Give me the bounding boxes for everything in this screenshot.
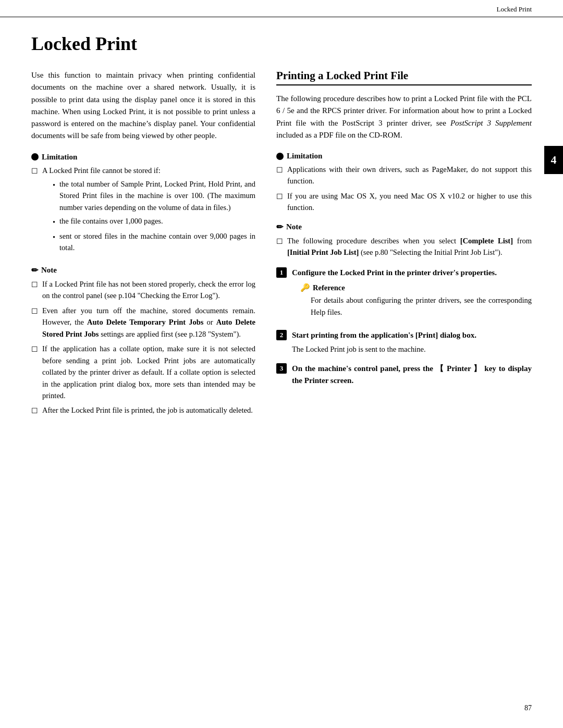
note-block-right: ✏ Note ☐ The following procedure describ… <box>276 222 532 258</box>
limitation-block-left: Limitation ☐ A Locked Print file cannot … <box>31 153 255 257</box>
note-checkbox-3: ☐ <box>31 344 38 355</box>
step-1-num: 1 <box>276 267 287 278</box>
limitation-item-1: ☐ A Locked Print file cannot be stored i… <box>31 165 255 257</box>
step-2-body: The Locked Print job is sent to the mach… <box>292 343 532 355</box>
step-3-title: On the machine's control panel, press th… <box>292 363 532 387</box>
step-2-content: Start printing from the application's [P… <box>292 329 532 355</box>
note-checkbox-4: ☐ <box>31 405 38 417</box>
note-label-left: ✏ Note <box>31 265 255 275</box>
limit-r-text-1: Applications with their own drivers, suc… <box>287 164 532 187</box>
note-checkbox-1: ☐ <box>31 279 38 291</box>
note-text-left: Note <box>41 266 57 275</box>
bullet-dot-3: • <box>53 231 55 243</box>
reference-label-1: 🔑 Reference <box>300 283 532 292</box>
note-list-right: ☐ The following procedure describes when… <box>276 235 532 258</box>
note-item-1: ☐ If a Locked Print file has not been st… <box>31 278 255 302</box>
key-icon-1: 🔑 <box>300 283 310 292</box>
limitation-right-item-1: ☐ Applications with their own drivers, s… <box>276 164 532 187</box>
left-column: Use this function to maintain privacy wh… <box>31 69 255 425</box>
note-item-4-text: After the Locked Print file is printed, … <box>42 404 255 416</box>
limitation-item-1-text: A Locked Print file cannot be stored if:… <box>42 165 255 257</box>
note-r-cb-1: ☐ <box>276 236 283 248</box>
subitem-3-text: sent or stored files in the machine cont… <box>59 230 255 254</box>
page-title: Locked Print <box>31 33 532 55</box>
limit-r-text-2: If you are using Mac OS X, you need Mac … <box>287 190 532 214</box>
reference-text-label-1: Reference <box>313 283 345 292</box>
note-item-1-text: If a Locked Print file has not been stor… <box>42 278 255 302</box>
note-item-3: ☐ If the application has a collate optio… <box>31 343 255 401</box>
note-block-left: ✏ Note ☐ If a Locked Print file has not … <box>31 265 255 417</box>
right-intro-paragraph: The following procedure describes how to… <box>276 93 532 141</box>
note-right-item-1: ☐ The following procedure describes when… <box>276 235 532 258</box>
limitation-list-left: ☐ A Locked Print file cannot be stored i… <box>31 165 255 257</box>
content-area: Locked Print Use this function to mainta… <box>0 17 563 446</box>
intro-paragraph: Use this function to maintain privacy wh… <box>31 69 255 142</box>
page-header: Locked Print <box>0 0 563 17</box>
subitem-2: • the file contains over 1,000 pages. <box>53 215 255 228</box>
bullet-dot-2: • <box>53 216 55 228</box>
checkbox-sym-1: ☐ <box>31 166 38 177</box>
page-footer: 87 <box>524 704 532 712</box>
step-1: 1 Configure the Locked Print in the prin… <box>276 267 532 322</box>
step-1-title: Configure the Locked Print in the printe… <box>292 267 532 279</box>
subitem-1: • the total number of Sample Print, Lock… <box>53 178 255 213</box>
reference-body-1: For details about configuring the printe… <box>311 294 532 318</box>
limitation-bullet-left <box>31 153 39 161</box>
two-column-layout: Use this function to maintain privacy wh… <box>31 69 532 425</box>
right-column: Printing a Locked Print File The followi… <box>276 69 532 394</box>
limit-r-cb-2: ☐ <box>276 191 283 203</box>
section-heading-right: Printing a Locked Print File <box>276 69 532 85</box>
limitation-text-left: Limitation <box>42 153 77 162</box>
note-icon-right: ✏ <box>276 222 283 232</box>
note-list-left: ☐ If a Locked Print file has not been st… <box>31 278 255 417</box>
note-text-right: Note <box>286 223 302 231</box>
subitem-2-text: the file contains over 1,000 pages. <box>59 215 163 227</box>
limitation-block-right: Limitation ☐ Applications with their own… <box>276 152 532 214</box>
header-title: Locked Print <box>496 5 532 14</box>
bullet-sublist: • the total number of Sample Print, Lock… <box>42 178 255 254</box>
step-2-title: Start printing from the application's [P… <box>292 329 532 341</box>
limitation-label-left: Limitation <box>31 153 255 162</box>
step-3-num: 3 <box>276 363 287 374</box>
limitation-right-item-2: ☐ If you are using Mac OS X, you need Ma… <box>276 190 532 214</box>
limitation-bullet-right <box>276 153 284 160</box>
note-icon-left: ✏ <box>31 265 38 275</box>
page-number: 87 <box>524 704 532 712</box>
subitem-1-text: the total number of Sample Print, Locked… <box>59 178 255 213</box>
page-container: Locked Print 4 Locked Print Use this fun… <box>0 0 563 728</box>
step-2-num: 2 <box>276 330 287 340</box>
step-1-content: Configure the Locked Print in the printe… <box>292 267 532 322</box>
subitem-3: • sent or stored files in the machine co… <box>53 230 255 254</box>
step-2: 2 Start printing from the application's … <box>276 329 532 355</box>
step-3: 3 On the machine's control panel, press … <box>276 363 532 387</box>
note-item-2-text: Even after you turn off the machine, sto… <box>42 305 255 340</box>
note-item-4: ☐ After the Locked Print file is printed… <box>31 404 255 417</box>
bullet-dot-1: • <box>53 179 55 191</box>
note-item-2: ☐ Even after you turn off the machine, s… <box>31 305 255 340</box>
limit-r-cb-1: ☐ <box>276 165 283 176</box>
step-3-content: On the machine's control panel, press th… <box>292 363 532 387</box>
note-checkbox-2: ☐ <box>31 306 38 317</box>
note-label-right: ✏ Note <box>276 222 532 232</box>
limitation-list-right: ☐ Applications with their own drivers, s… <box>276 164 532 214</box>
chapter-tab: 4 <box>544 146 563 174</box>
note-r-text-1: The following procedure describes when y… <box>287 235 532 258</box>
limitation-text-right: Limitation <box>287 152 322 161</box>
note-item-3-text: If the application has a collate option,… <box>42 343 255 401</box>
reference-block-1: 🔑 Reference For details about configurin… <box>300 283 532 318</box>
limitation-label-right: Limitation <box>276 152 532 161</box>
